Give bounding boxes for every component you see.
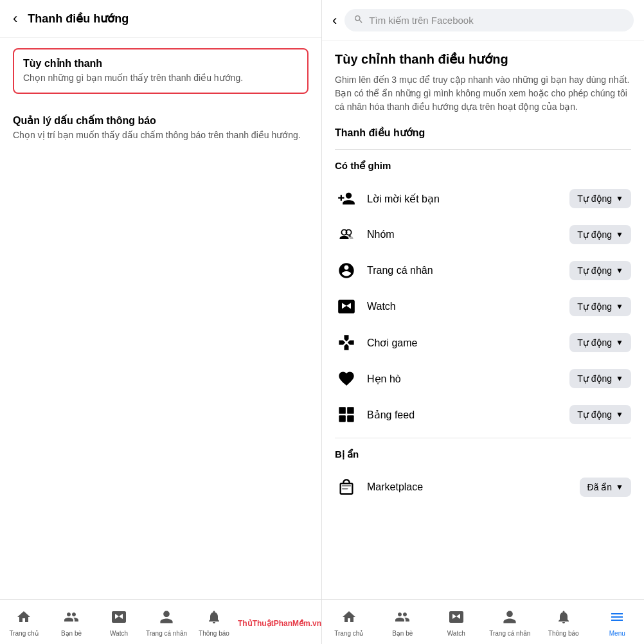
right-header: ‹ Tìm kiếm trên Facebook: [322, 0, 644, 41]
option-row-loi-moi: Lời mời kết bạn Tự động ▼: [335, 181, 631, 217]
chevron-icon-loi-moi: ▼: [616, 194, 623, 203]
friends-icon-left: [64, 609, 79, 629]
dropdown-choi-game[interactable]: Tự động ▼: [569, 333, 631, 352]
menu-icon-right: [609, 609, 625, 629]
home-icon-right: [341, 609, 357, 629]
divider-1: [335, 149, 631, 150]
divider-2: [335, 438, 631, 438]
nav-label-watch-right: Watch: [447, 630, 465, 637]
nav-label-trang-chu-right: Trang chủ: [334, 630, 363, 637]
option-label-choi-game: Chơi game: [367, 337, 560, 349]
chevron-icon-trang-ca-nhan: ▼: [616, 266, 623, 275]
nav-label-profile-left: Trang cá nhân: [146, 630, 187, 637]
option-label-hen-ho: Hẹn hò: [367, 373, 560, 385]
nav-item-profile-right[interactable]: Trang cá nhân: [483, 607, 537, 640]
chevron-icon-marketplace: ▼: [616, 483, 623, 492]
profile-icon-left: [159, 609, 174, 629]
chevron-icon-watch: ▼: [616, 302, 623, 311]
left-panel: ‹ Thanh điều hướng Tùy chỉnh thanh Chọn …: [0, 0, 322, 644]
watch-nav-icon: [335, 295, 358, 318]
groups-icon: [335, 223, 358, 246]
nav-label-ban-be-right: Bạn bè: [392, 630, 413, 637]
menu-item-quan-ly-title: Quản lý dấu chấm thông báo: [13, 114, 309, 127]
nav-label-watch-left: Watch: [110, 630, 128, 637]
dropdown-bang-feed[interactable]: Tự động ▼: [569, 405, 631, 424]
option-row-marketplace: Marketplace Đã ẩn ▼: [335, 469, 631, 505]
menu-item-quan-ly[interactable]: Quản lý dấu chấm thông báo Chọn vị trí b…: [13, 107, 309, 150]
dropdown-marketplace[interactable]: Đã ẩn ▼: [580, 478, 631, 497]
friend-request-icon: [335, 187, 358, 210]
right-content: Tùy chỉnh thanh điều hướng Ghim lên đến …: [322, 41, 644, 599]
menu-item-quan-ly-subtitle: Chọn vị trí bạn muốn thấy dấu chấm thông…: [13, 129, 309, 142]
feed-icon: [335, 403, 358, 426]
option-row-watch: Watch Tự động ▼: [335, 289, 631, 325]
nav-item-watch-right[interactable]: Watch: [429, 607, 483, 640]
watch-icon-right: [449, 609, 464, 629]
home-icon-left: [16, 609, 31, 629]
option-row-nhom: Nhóm Tự động ▼: [335, 217, 631, 253]
nav-label-thongbao-left: Thông báo: [199, 630, 229, 637]
nav-label-menu-right: Menu: [609, 630, 625, 637]
chevron-icon-nhom: ▼: [616, 230, 623, 239]
dating-icon: [335, 367, 358, 390]
bell-icon-right: [556, 609, 571, 629]
chevron-icon-choi-game: ▼: [616, 338, 623, 347]
nav-item-trang-chu-right[interactable]: Trang chủ: [322, 607, 376, 640]
option-label-trang-ca-nhan: Trang cá nhân: [367, 265, 560, 276]
sub-section-pinnable: Có thể ghim: [335, 160, 631, 172]
svg-rect-6: [342, 485, 351, 487]
dropdown-watch[interactable]: Tự động ▼: [569, 297, 631, 316]
nav-item-thongbao-left[interactable]: Thông báo: [190, 607, 238, 640]
nav-item-profile-left[interactable]: Trang cá nhân: [143, 607, 190, 640]
dropdown-loi-moi[interactable]: Tự động ▼: [569, 189, 631, 208]
dropdown-trang-ca-nhan[interactable]: Tự động ▼: [569, 261, 631, 280]
profile-icon-right: [502, 609, 517, 629]
back-button-left[interactable]: ‹: [13, 10, 17, 27]
svg-rect-2: [339, 407, 346, 414]
nav-item-trang-chu-left[interactable]: Trang chủ: [0, 607, 48, 640]
dropdown-nhom[interactable]: Tự động ▼: [569, 225, 631, 244]
nav-item-thongbao-right[interactable]: Thông báo: [537, 607, 591, 640]
option-label-nhom: Nhóm: [367, 229, 560, 240]
search-icon: [353, 14, 364, 26]
right-panel: ‹ Tìm kiếm trên Facebook Tùy chỉnh thanh…: [322, 0, 644, 644]
marketplace-icon: [335, 476, 358, 499]
section-title-thanh: Thanh điều hướng: [335, 127, 631, 139]
option-label-bang-feed: Bảng feed: [367, 409, 560, 421]
chevron-icon-hen-ho: ▼: [616, 374, 623, 383]
nav-label-trang-chu-left: Trang chủ: [9, 630, 38, 637]
option-label-loi-moi: Lời mời kết bạn: [367, 193, 560, 205]
nav-item-menu-left[interactable]: ThủThuậtPhanMềm.vn: [238, 616, 321, 631]
bottom-nav-left: Trang chủ Bạn bè Watch: [0, 599, 321, 644]
nav-item-watch-left[interactable]: Watch: [95, 607, 143, 640]
nav-item-menu-right[interactable]: Menu: [591, 607, 645, 640]
watermark-text: ThủThuậtPhanMềm.vn: [238, 619, 321, 628]
option-row-choi-game: Chơi game Tự động ▼: [335, 325, 631, 361]
left-content: Tùy chỉnh thanh Chọn những gì bạn muốn t…: [0, 38, 321, 599]
right-page-title: Tùy chỉnh thanh điều hướng: [335, 51, 631, 67]
search-placeholder-text: Tìm kiếm trên Facebook: [369, 15, 473, 26]
bell-icon-left: [206, 609, 222, 629]
option-row-trang-ca-nhan: Trang cá nhân Tự động ▼: [335, 253, 631, 289]
svg-rect-4: [339, 415, 346, 422]
menu-item-tuy-chinh[interactable]: Tùy chỉnh thanh Chọn những gì bạn muốn t…: [13, 48, 309, 94]
left-panel-title: Thanh điều hướng: [28, 12, 129, 26]
search-bar[interactable]: Tìm kiếm trên Facebook: [344, 9, 634, 31]
nav-item-ban-be-left[interactable]: Bạn bè: [48, 607, 95, 640]
back-button-right[interactable]: ‹: [332, 12, 337, 29]
menu-item-tuy-chinh-title: Tùy chỉnh thanh: [23, 57, 298, 69]
nav-label-profile-right: Trang cá nhân: [489, 630, 530, 637]
option-row-hen-ho: Hẹn hò Tự động ▼: [335, 361, 631, 397]
nav-label-thongbao-right: Thông báo: [548, 630, 579, 637]
right-description: Ghim lên đến 3 mục để truy cập nhanh vào…: [335, 73, 631, 114]
gaming-icon: [335, 331, 358, 354]
bottom-nav-right: Trang chủ Bạn bè Watch: [322, 599, 644, 644]
svg-rect-5: [347, 415, 354, 422]
menu-item-tuy-chinh-subtitle: Chọn những gì bạn muốn thấy trên thanh đ…: [23, 72, 298, 85]
profile-nav-icon: [335, 259, 358, 282]
option-row-bang-feed: Bảng feed Tự động ▼: [335, 397, 631, 433]
dropdown-hen-ho[interactable]: Tự động ▼: [569, 369, 631, 388]
svg-rect-7: [342, 488, 348, 489]
friends-icon-right: [395, 609, 410, 629]
nav-item-ban-be-right[interactable]: Bạn bè: [376, 607, 430, 640]
